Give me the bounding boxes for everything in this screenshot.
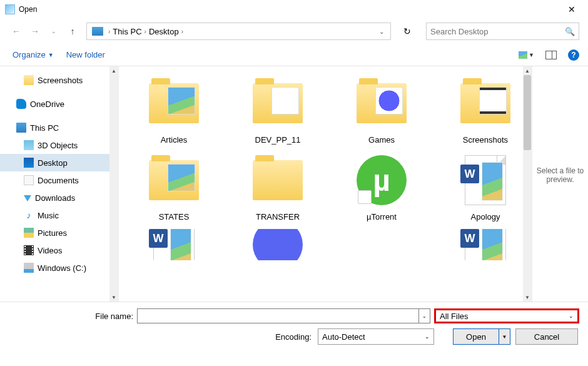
file-item-utorrent[interactable]: µ µTorrent: [339, 152, 424, 221]
sidebar-item-drive-c[interactable]: Windows (C:): [0, 259, 118, 277]
sidebar-item-label: Pictures: [38, 228, 67, 238]
sidebar-scrollbar[interactable]: ▲ ▼: [109, 66, 118, 302]
refresh-button[interactable]: ↻: [397, 23, 417, 40]
new-folder-button[interactable]: New folder: [63, 48, 109, 62]
file-label: TRANSFER: [256, 212, 300, 221]
main-area: Screenshots OneDrive This PC 3D Objects …: [0, 66, 588, 302]
sidebar-item-label: Desktop: [38, 158, 68, 168]
sidebar-item-label: Windows (C:): [38, 263, 86, 273]
filename-label: File name:: [9, 312, 137, 321]
scrollbar-thumb[interactable]: [524, 75, 531, 150]
chevron-down-icon: ▼: [48, 52, 54, 58]
grid-scrollbar[interactable]: ▲ ▼: [523, 66, 532, 302]
crumb-thispc[interactable]: This PC: [113, 27, 141, 36]
scroll-up-icon[interactable]: ▲: [109, 66, 118, 75]
filetype-dropdown[interactable]: All Files ⌄: [434, 308, 579, 323]
file-grid: Articles DEV_PP_11 Games Screenshots STA…: [119, 66, 532, 302]
file-item-apology[interactable]: W Apology: [443, 152, 528, 221]
preview-pane: Select a file to preview.: [532, 66, 588, 302]
file-item-states[interactable]: STATES: [131, 152, 216, 221]
breadcrumb-dropdown[interactable]: ⌄: [375, 28, 388, 35]
sidebar-item-videos[interactable]: Videos: [0, 241, 118, 259]
sidebar-item-3dobjects[interactable]: 3D Objects: [0, 136, 118, 154]
crumb-desktop[interactable]: Desktop: [149, 27, 179, 36]
organize-button[interactable]: Organize ▼: [9, 48, 58, 62]
sidebar-item-music[interactable]: ♪Music: [0, 206, 118, 224]
file-item-transfer[interactable]: TRANSFER: [235, 152, 320, 221]
new-folder-label: New folder: [66, 50, 105, 59]
sidebar-item-downloads[interactable]: Downloads: [0, 189, 118, 206]
filetype-label: All Files: [440, 312, 469, 321]
sidebar-item-label: OneDrive: [30, 99, 64, 109]
search-box[interactable]: 🔍: [426, 23, 579, 40]
sidebar-item-onedrive[interactable]: OneDrive: [0, 95, 118, 113]
forward-button[interactable]: →: [28, 24, 43, 39]
breadcrumb[interactable]: › This PC › Desktop › ⌄: [86, 23, 391, 40]
search-input[interactable]: [430, 27, 565, 36]
file-item-partial-1[interactable]: W: [131, 229, 216, 264]
folder-icon: [24, 75, 34, 85]
sidebar-item-documents[interactable]: Documents: [0, 171, 118, 189]
file-item-devpp11[interactable]: DEV_PP_11: [235, 75, 320, 145]
sidebar-item-pictures[interactable]: Pictures: [0, 224, 118, 241]
up-button[interactable]: ↑: [65, 24, 80, 39]
word-doc-icon: W: [465, 155, 506, 205]
file-item-games[interactable]: Games: [339, 75, 424, 145]
folder-icon: [253, 83, 303, 123]
titlebar: Open ✕: [0, 0, 588, 19]
open-split-dropdown[interactable]: ▼: [499, 329, 510, 344]
chevron-down-icon: ⌄: [425, 333, 430, 340]
folder-icon: [253, 160, 303, 200]
chevron-right-icon: ›: [181, 28, 183, 35]
file-label: DEV_PP_11: [255, 135, 301, 145]
folder-icon: [460, 83, 510, 123]
preview-placeholder: Select a file to preview.: [532, 166, 588, 184]
file-item-partial-3[interactable]: W: [443, 229, 528, 264]
sidebar-item-label: Music: [38, 211, 59, 220]
downloads-icon: [24, 195, 31, 201]
sidebar-item-thispc[interactable]: This PC: [0, 119, 118, 136]
help-button[interactable]: ?: [568, 49, 579, 61]
file-label: Screenshots: [463, 135, 508, 145]
thispc-icon: [16, 123, 26, 133]
back-button[interactable]: ←: [9, 24, 24, 39]
preview-pane-button[interactable]: [545, 51, 557, 59]
file-label: Apology: [471, 212, 500, 221]
chevron-down-icon: ⌄: [569, 313, 574, 319]
recent-chevron[interactable]: ⌄: [46, 24, 61, 39]
encoding-label: Encoding:: [275, 332, 312, 342]
cancel-button[interactable]: Cancel: [515, 328, 578, 345]
open-label: Open: [454, 332, 499, 342]
scroll-up-icon[interactable]: ▲: [523, 66, 532, 75]
sidebar-item-desktop[interactable]: Desktop: [0, 154, 118, 171]
scroll-down-icon[interactable]: ▼: [109, 293, 118, 302]
file-item-screenshots[interactable]: Screenshots: [443, 75, 528, 145]
encoding-value: Auto-Detect: [322, 332, 365, 342]
filename-history-dropdown[interactable]: ⌄: [419, 308, 430, 323]
scroll-down-icon[interactable]: ▼: [523, 293, 532, 302]
sidebar-item-screenshots[interactable]: Screenshots: [0, 71, 118, 89]
encoding-dropdown[interactable]: Auto-Detect ⌄: [318, 328, 434, 345]
chevron-right-icon: ›: [108, 28, 110, 35]
onedrive-icon: [16, 99, 26, 109]
filename-input[interactable]: [137, 308, 419, 323]
chevron-right-icon: ›: [144, 28, 146, 35]
sidebar-item-label: This PC: [30, 123, 59, 133]
drive-icon: [24, 263, 34, 273]
organize-label: Organize: [13, 50, 46, 59]
view-mode-button[interactable]: ▼: [519, 51, 534, 59]
open-button[interactable]: Open ▼: [453, 328, 510, 345]
app-icon: [5, 4, 15, 14]
file-label: Games: [368, 135, 395, 145]
file-label: µTorrent: [367, 212, 397, 221]
videos-icon: [24, 245, 34, 255]
objects3d-icon: [24, 140, 34, 150]
close-button[interactable]: ✕: [560, 3, 583, 16]
documents-icon: [24, 175, 34, 185]
search-icon[interactable]: 🔍: [565, 27, 575, 36]
discord-icon: [253, 229, 303, 260]
sidebar-item-label: Screenshots: [38, 76, 83, 85]
file-item-articles[interactable]: Articles: [131, 75, 216, 145]
music-icon: ♪: [24, 210, 34, 220]
file-item-partial-2[interactable]: [235, 229, 320, 264]
